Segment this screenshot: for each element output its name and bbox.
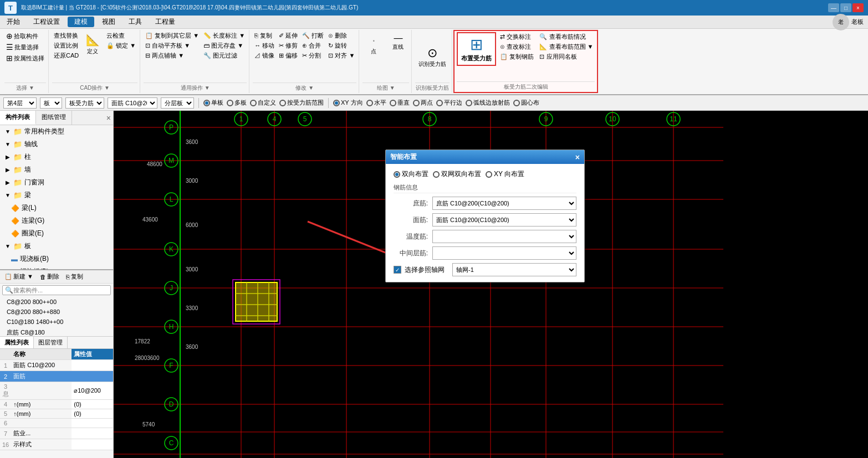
- tab-component-list[interactable]: 构件列表: [0, 111, 36, 125]
- radio-xy-dir[interactable]: XY 方向: [333, 99, 363, 107]
- comp-delete-btn[interactable]: 🗑 删除: [38, 272, 62, 281]
- ribbon-btn-attr-select[interactable]: ⊞按属性选择: [4, 53, 46, 63]
- ribbon-btn-elem-save[interactable]: 🗃 图元存盘 ▼: [202, 41, 247, 50]
- radio-center[interactable]: 圆心布: [513, 99, 539, 107]
- ribbon-btn-trim[interactable]: ✂ 修剪: [277, 41, 299, 50]
- ribbon-btn-copy-layer[interactable]: 📋 复制到其它层 ▼: [144, 31, 201, 40]
- minimize-btn[interactable]: —: [828, 3, 839, 12]
- type-select[interactable]: 板: [40, 97, 62, 109]
- ribbon-btn-pick[interactable]: ⊕拾取构件: [4, 31, 46, 41]
- ribbon-btn-elem-filter[interactable]: 🔧 图元过滤: [202, 51, 247, 60]
- ribbon-btn-auto-align[interactable]: ⊡ 自动平齐板 ▼: [144, 41, 201, 50]
- tree-item-beam-g[interactable]: 🔶 连梁(G): [0, 214, 113, 227]
- tree-item-opening[interactable]: ▶ 📁 门窗洞: [0, 176, 113, 189]
- menu-view[interactable]: 视图: [95, 16, 122, 28]
- ribbon-btn-copy[interactable]: ⎘ 复制: [253, 31, 276, 40]
- ribbon-btn-view-range[interactable]: 📐 查看布筋范围 ▼: [538, 42, 595, 52]
- rebar-type-select[interactable]: 板受力筋: [65, 97, 104, 109]
- ribbon-btn-split[interactable]: ✂ 分割: [300, 51, 325, 60]
- ribbon-btn-set-scale[interactable]: 设置比例: [52, 41, 80, 50]
- ribbon-btn-line[interactable]: — 直线: [387, 31, 409, 53]
- dialog-radio-bidir[interactable]: 双向布置: [394, 169, 428, 179]
- ribbon-btn-move[interactable]: ↔ 移动: [253, 41, 276, 50]
- ribbon-btn-copy-rebar[interactable]: 📋 复制钢筋: [498, 52, 535, 61]
- ribbon-btn-define[interactable]: 📐 定义: [81, 31, 104, 58]
- ribbon-btn-break[interactable]: 🔨 打断: [300, 31, 325, 40]
- comp-c8-800[interactable]: C8@200 800++00: [0, 297, 113, 307]
- ribbon-btn-extend[interactable]: ✐ 延伸: [277, 31, 299, 40]
- section-select[interactable]: 分层板1: [161, 97, 194, 109]
- radio-custom[interactable]: 自定义: [250, 99, 276, 107]
- tree-item-column[interactable]: ▶ 📁 柱: [0, 151, 113, 163]
- radio-two-point[interactable]: 两点: [413, 99, 433, 107]
- dialog-radio-xy[interactable]: XY 向布置: [486, 169, 524, 179]
- ribbon-btn-rotate[interactable]: ↻ 旋转: [326, 41, 356, 50]
- radio-multi-slab[interactable]: 多板: [227, 99, 247, 107]
- comp-c10-1480[interactable]: C10@180 1480++00: [0, 317, 113, 327]
- radio-by-range[interactable]: 按受力筋范围: [279, 99, 324, 107]
- tree-item-beam[interactable]: ▼ 📁 梁: [0, 189, 113, 202]
- ribbon-btn-identify-rebar[interactable]: ⊙ 识别受力筋: [415, 44, 450, 70]
- ribbon-btn-view-layout[interactable]: 🔍 查看布筋情况: [538, 32, 595, 42]
- menu-tools[interactable]: 工具: [122, 16, 149, 28]
- tree-item-common[interactable]: ▼ 📁 常用构件类型: [0, 125, 113, 138]
- ribbon-btn-find-replace[interactable]: 查找替换: [52, 31, 80, 40]
- ribbon-btn-merge[interactable]: ⊕ 合并: [300, 41, 325, 50]
- ribbon-btn-restore-cad[interactable]: 还原CAD: [52, 51, 80, 60]
- props-tab-list[interactable]: 属性列表: [0, 337, 34, 348]
- comp-new-btn[interactable]: 📋 新建 ▼: [2, 272, 35, 281]
- ribbon-btn-cloud-check[interactable]: 云检查: [105, 31, 137, 40]
- tab-drawing-mgmt[interactable]: 图纸管理: [36, 111, 72, 125]
- ribbon-btn-check-label[interactable]: ⊙ 查改标注: [498, 42, 535, 52]
- canvas-area[interactable]: 1 4 5 8 9 10 11 P M L: [114, 111, 868, 458]
- top-select[interactable]: 面筋 C10@200(C10@200): [432, 213, 576, 227]
- ribbon-btn-two-point[interactable]: ⊟ 两点辅轴 ▼: [144, 51, 201, 60]
- menu-project-settings[interactable]: 工程设置: [27, 16, 67, 28]
- dialog-radio-dual[interactable]: 双网双向布置: [433, 169, 481, 179]
- menu-start[interactable]: 开始: [0, 16, 27, 28]
- comp-c8-880[interactable]: C8@200 880++880: [0, 307, 113, 317]
- props-tab-layer[interactable]: 图层管理: [34, 337, 68, 348]
- menu-build[interactable]: 建模: [68, 17, 94, 27]
- radio-arc-radial[interactable]: 弧线边放射筋: [466, 99, 510, 107]
- mid-select[interactable]: [432, 246, 576, 260]
- tree-item-beam-e[interactable]: 🔶 圈梁(E): [0, 227, 113, 240]
- radio-single-slab[interactable]: 单板: [203, 99, 223, 107]
- layer-select[interactable]: 第4层: [3, 97, 37, 109]
- radio-vertical[interactable]: 垂直: [390, 99, 410, 107]
- tree-item-spiral-slab[interactable]: ▬ 螺旋板(B): [0, 265, 113, 269]
- tree-item-axis[interactable]: ▼ 📁 轴线: [0, 138, 113, 151]
- ribbon-btn-lock[interactable]: 🔒 锁定 ▼: [105, 41, 137, 50]
- maximize-btn[interactable]: □: [840, 3, 851, 12]
- dialog-close-btn[interactable]: ×: [575, 153, 580, 162]
- grid-select[interactable]: 轴网-1: [452, 263, 576, 276]
- ribbon-btn-swap-label[interactable]: ⇄ 交换标注: [498, 32, 535, 42]
- tree-item-cast-slab[interactable]: ▬ 现浇板(B): [0, 253, 113, 265]
- ribbon-btn-align[interactable]: ⊡ 对齐 ▼: [326, 51, 356, 60]
- panel-close-btn[interactable]: ×: [104, 114, 113, 122]
- comp-copy-btn[interactable]: ⎘ 复制: [64, 272, 85, 281]
- di-select[interactable]: 庶筋 C10@200(C10@200): [432, 197, 576, 210]
- close-btn[interactable]: ×: [852, 3, 864, 12]
- grid-checkbox[interactable]: [394, 266, 401, 274]
- ribbon-btn-batch-select[interactable]: ☰批量选择: [4, 42, 46, 52]
- ribbon-btn-apply-same[interactable]: ⊡ 应用同名板: [538, 52, 595, 61]
- search-input[interactable]: [13, 287, 80, 294]
- ribbon-btn-point[interactable]: · 点: [362, 31, 385, 58]
- ribbon-btn-mirror[interactable]: ⊿ 镜像: [253, 51, 276, 60]
- menu-quantity[interactable]: 工程量: [149, 16, 182, 28]
- tree-item-slab[interactable]: ▼ 📁 板: [0, 240, 113, 253]
- ribbon-btn-offset[interactable]: ⊞ 偏移: [277, 51, 299, 60]
- comp-c8-180[interactable]: 庶筋 C8@180: [0, 327, 113, 336]
- user-avatar[interactable]: 老: [833, 14, 849, 30]
- tree-item-wall[interactable]: ▶ 📁 墙: [0, 163, 113, 176]
- svg-text:3000: 3000: [186, 266, 198, 272]
- radio-horizontal[interactable]: 水平: [366, 99, 386, 107]
- temp-select[interactable]: [432, 230, 576, 243]
- tree-item-beam-l[interactable]: 🔶 梁(L): [0, 202, 113, 214]
- spec-select[interactable]: 面筋 C10@200: [108, 97, 157, 109]
- ribbon-btn-length-dim[interactable]: 📏 长度标注 ▼: [202, 31, 247, 40]
- ribbon-btn-place-rebar[interactable]: ⊞ 布置受力筋: [457, 32, 496, 66]
- radio-parallel[interactable]: 平行边: [436, 99, 462, 107]
- ribbon-btn-delete[interactable]: ⊙ 删除: [326, 31, 356, 40]
